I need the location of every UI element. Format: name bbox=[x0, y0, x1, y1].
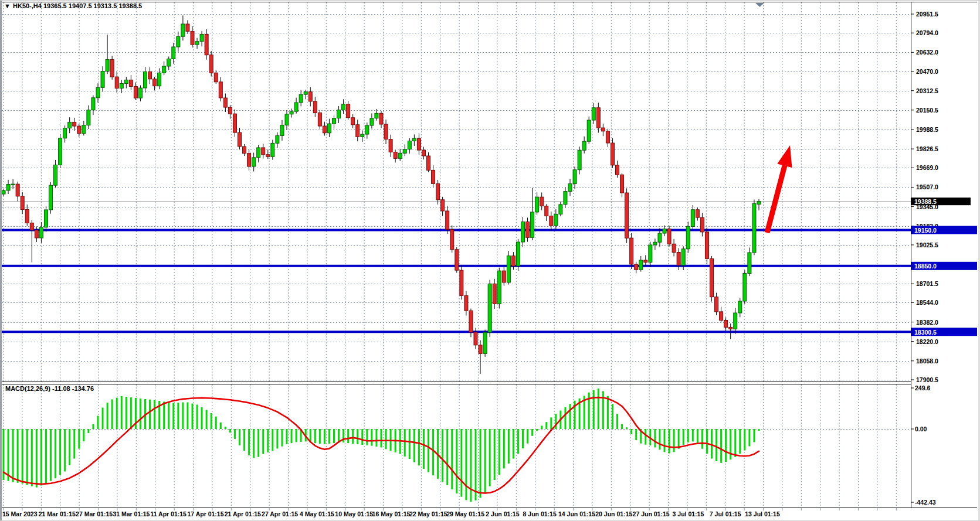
bear-candle bbox=[266, 155, 270, 157]
price-tick-label: 19988.5 bbox=[916, 126, 938, 133]
bear-candle bbox=[550, 216, 553, 226]
macd-histogram-bar bbox=[489, 429, 491, 486]
bull-candle bbox=[271, 143, 274, 156]
time-tick-label: 14 Jun 01:15 bbox=[558, 510, 595, 517]
macd-histogram-bar bbox=[598, 389, 599, 429]
macd-histogram-bar bbox=[319, 429, 321, 444]
time-tick-label: 27 Apr 01:15 bbox=[262, 510, 298, 517]
macd-histogram-bar bbox=[73, 429, 75, 459]
macd-histogram-bar bbox=[432, 429, 434, 475]
bear-candle bbox=[606, 131, 609, 143]
price-tick-label: 18220.0 bbox=[916, 338, 938, 345]
macd-histogram-bar bbox=[697, 429, 698, 444]
bear-candle bbox=[243, 147, 246, 154]
macd-histogram-bar bbox=[116, 398, 118, 429]
macd-histogram-bar bbox=[371, 429, 372, 446]
macd-histogram-bar bbox=[201, 407, 203, 429]
time-tick-label: 27 Jun 01:15 bbox=[633, 510, 670, 517]
macd-histogram-bar bbox=[102, 407, 104, 429]
bear-candle bbox=[493, 284, 496, 304]
bear-candle bbox=[351, 118, 355, 125]
macd-histogram-bar bbox=[659, 429, 660, 450]
bull-candle bbox=[120, 83, 123, 88]
macd-histogram-bar bbox=[499, 429, 500, 475]
time-tick-label: 15 Mar 2023 bbox=[2, 510, 38, 517]
price-tick-label: 19669.0 bbox=[916, 164, 938, 171]
time-tick-label: 11 Apr 01:15 bbox=[150, 510, 186, 517]
macd-histogram-bar bbox=[361, 429, 363, 445]
macd-histogram-bar bbox=[678, 429, 680, 449]
macd-histogram-bar bbox=[50, 429, 52, 481]
bear-candle bbox=[720, 312, 723, 321]
macd-histogram-bar bbox=[654, 429, 656, 447]
bear-candle bbox=[422, 150, 425, 156]
bull-candle bbox=[370, 118, 374, 125]
macd-histogram-bar bbox=[630, 429, 632, 434]
macd-histogram-bar bbox=[669, 429, 670, 454]
svg-text:19150.0: 19150.0 bbox=[914, 227, 937, 234]
macd-histogram-bar bbox=[69, 429, 70, 465]
macd-histogram-bar bbox=[616, 414, 618, 429]
bull-candle bbox=[252, 158, 256, 166]
bull-candle bbox=[483, 332, 487, 353]
price-chart-panel[interactable] bbox=[2, 2, 911, 382]
symbol-dropdown-icon[interactable]: ▼ bbox=[4, 2, 11, 9]
bull-candle bbox=[681, 249, 685, 265]
macd-histogram-bar bbox=[262, 429, 264, 454]
bear-candle bbox=[115, 77, 118, 88]
bull-candle bbox=[68, 122, 72, 128]
macd-histogram-bar bbox=[413, 429, 415, 462]
macd-histogram-bar bbox=[744, 429, 745, 451]
macd-histogram-bar bbox=[673, 429, 675, 452]
macd-histogram-bar bbox=[267, 429, 269, 452]
macd-scale-min: -442.43 bbox=[915, 499, 936, 506]
bull-candle bbox=[564, 192, 567, 205]
bull-candle bbox=[663, 229, 666, 233]
macd-histogram-bar bbox=[111, 399, 113, 429]
bull-candle bbox=[6, 185, 10, 190]
bear-candle bbox=[715, 297, 718, 312]
bear-candle bbox=[223, 98, 227, 107]
macd-histogram-bar bbox=[253, 429, 255, 458]
bull-candle bbox=[748, 253, 751, 274]
macd-histogram-bar bbox=[83, 429, 84, 441]
macd-histogram-bar bbox=[569, 404, 571, 429]
bull-candle bbox=[653, 242, 657, 245]
bull-candle bbox=[738, 301, 742, 313]
bear-candle bbox=[596, 108, 600, 128]
bear-candle bbox=[601, 128, 605, 131]
macd-histogram-bar bbox=[177, 403, 179, 429]
macd-histogram-bar bbox=[480, 429, 481, 498]
time-tick-label: 21 Mar 01:15 bbox=[39, 510, 76, 517]
macd-histogram-bar bbox=[513, 429, 514, 459]
bull-candle bbox=[59, 138, 62, 165]
bear-candle bbox=[625, 193, 629, 238]
macd-histogram-bar bbox=[621, 424, 623, 429]
macd-histogram-bar bbox=[645, 429, 646, 445]
bear-candle bbox=[464, 295, 468, 311]
macd-histogram-bar bbox=[701, 429, 703, 449]
time-tick-label: 22 May 01:15 bbox=[409, 510, 447, 517]
bear-candle bbox=[446, 211, 449, 230]
macd-histogram-bar bbox=[140, 399, 141, 429]
macd-histogram-bar bbox=[484, 429, 486, 493]
macd-histogram-bar bbox=[343, 429, 344, 442]
bull-candle bbox=[649, 245, 652, 263]
macd-histogram-bar bbox=[564, 407, 566, 429]
bull-candle bbox=[403, 149, 406, 154]
time-tick-label: 20 Jun 01:15 bbox=[595, 510, 632, 517]
macd-histogram-bar bbox=[734, 429, 736, 457]
bear-candle bbox=[469, 311, 473, 332]
bear-candle bbox=[677, 252, 680, 265]
macd-histogram-bar bbox=[97, 416, 99, 429]
bear-candle bbox=[313, 101, 317, 113]
macd-histogram-bar bbox=[45, 429, 47, 483]
bear-candle bbox=[347, 104, 350, 118]
macd-histogram-bar bbox=[409, 429, 411, 459]
bear-candle bbox=[384, 124, 388, 139]
time-tick-label: 2 Jun 01:15 bbox=[486, 510, 519, 517]
bear-candle bbox=[30, 223, 33, 230]
bull-candle bbox=[488, 284, 491, 332]
bull-candle bbox=[658, 233, 662, 242]
bull-candle bbox=[554, 214, 558, 226]
